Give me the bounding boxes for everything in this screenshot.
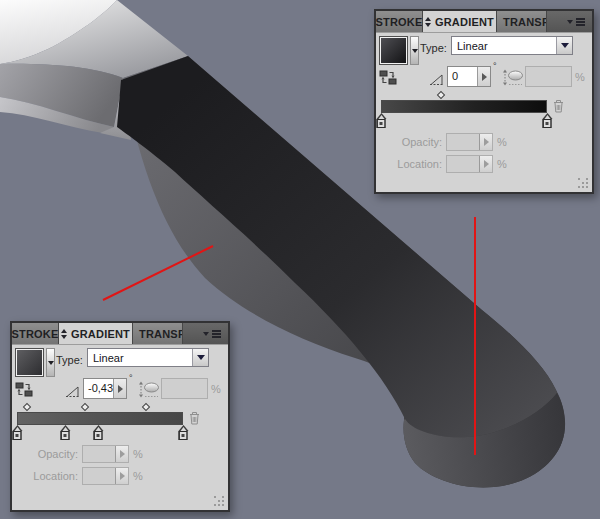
angle-icon [65, 385, 80, 398]
percent-symbol: % [497, 136, 507, 148]
tab-label: STROKE [376, 16, 423, 28]
gradient-stop[interactable] [377, 119, 386, 128]
percent-symbol: % [497, 158, 507, 170]
reverse-gradient-icon[interactable] [379, 69, 397, 86]
dropdown-arrow-icon[interactable] [556, 37, 572, 54]
location-input [446, 155, 493, 173]
location-input [82, 467, 129, 485]
type-label: Type: [420, 42, 447, 54]
opacity-label: Opacity: [14, 448, 78, 460]
degree-symbol: ° [493, 61, 497, 71]
gradient-stop[interactable] [61, 431, 70, 440]
tab-gradient[interactable]: GRADIENT [59, 323, 133, 344]
aspect-ratio-input [161, 378, 208, 399]
gradient-slider-bar[interactable] [381, 100, 547, 113]
collapse-icon [425, 17, 431, 27]
swatch-dropdown-icon[interactable] [410, 36, 419, 65]
gradient-swatch[interactable] [15, 348, 44, 377]
gradient-midpoint[interactable] [142, 403, 150, 411]
type-dropdown[interactable]: Linear [87, 348, 209, 367]
gradient-midpoint[interactable] [437, 91, 445, 99]
panel-tabs: STROKE GRADIENT TRANSPA [12, 323, 228, 345]
angle-icon [429, 73, 444, 86]
reverse-gradient-icon[interactable] [15, 381, 33, 398]
spinner-button [115, 446, 128, 462]
tab-stroke[interactable]: STROKE [12, 323, 59, 344]
aspect-ratio-icon [502, 69, 524, 87]
gradient-swatch[interactable] [379, 36, 408, 65]
angle-input[interactable]: 0 [447, 66, 491, 87]
gradient-midpoint[interactable] [81, 403, 89, 411]
gradient-slider-bar[interactable] [17, 412, 183, 425]
aspect-ratio-icon [138, 381, 160, 399]
type-dropdown[interactable]: Linear [451, 36, 573, 55]
tab-label: TRANSPA [139, 328, 183, 340]
panel-menu-icon[interactable] [203, 323, 221, 344]
tab-transparency[interactable]: TRANSPA [497, 11, 547, 32]
gradient-midpoints [381, 91, 547, 99]
tab-gradient[interactable]: GRADIENT [423, 11, 497, 32]
panel-body: Type: Linear 0 ° [376, 33, 592, 192]
gradient-midpoint[interactable] [23, 403, 31, 411]
aspect-ratio-input [525, 66, 572, 87]
gradient-panel: STROKE GRADIENT TRANSPA Type: Linear [374, 9, 594, 194]
percent-symbol: % [575, 71, 585, 83]
tab-label: GRADIENT [71, 328, 130, 340]
type-value: Linear [88, 349, 192, 366]
location-label: Location: [14, 470, 78, 482]
spinner-button[interactable] [477, 67, 490, 86]
illustrator-canvas: STROKE GRADIENT TRANSPA Type: Linear [0, 0, 600, 519]
type-label: Type: [56, 354, 83, 366]
tab-stroke[interactable]: STROKE [376, 11, 423, 32]
delete-stop-icon[interactable] [553, 99, 564, 113]
percent-symbol: % [133, 470, 143, 482]
spinner-button [479, 156, 492, 172]
resize-grip[interactable] [578, 178, 589, 189]
panel-tabs: STROKE GRADIENT TRANSPA [376, 11, 592, 33]
spinner-button[interactable] [113, 379, 126, 398]
percent-symbol: % [133, 448, 143, 460]
gradient-midpoints [17, 403, 183, 411]
spinner-button [115, 468, 128, 484]
type-value: Linear [452, 37, 556, 54]
gradient-stops [17, 426, 183, 441]
opacity-label: Opacity: [378, 136, 442, 148]
angle-input[interactable]: -0,43 [83, 378, 127, 399]
tab-transparency[interactable]: TRANSPA [133, 323, 183, 344]
spinner-button [479, 134, 492, 150]
tabbar-space [183, 323, 203, 344]
gradient-stop[interactable] [94, 431, 103, 440]
degree-symbol: ° [129, 373, 133, 383]
panel-body: Type: Linear -0,43 ° [12, 345, 228, 510]
opacity-input [446, 133, 493, 151]
percent-symbol: % [211, 383, 221, 395]
tabbar-space [547, 11, 567, 32]
tab-label: STROKE [12, 328, 59, 340]
angle-value: 0 [448, 67, 477, 86]
annotation-line [103, 246, 213, 300]
collapse-icon [61, 329, 67, 339]
swatch-dropdown-icon[interactable] [46, 348, 55, 377]
tab-label: TRANSPA [503, 16, 547, 28]
opacity-input [82, 445, 129, 463]
location-label: Location: [378, 158, 442, 170]
gradient-stops [381, 114, 547, 129]
angle-value: -0,43 [84, 379, 113, 398]
panel-menu-icon[interactable] [567, 11, 585, 32]
gradient-panel: STROKE GRADIENT TRANSPA Type: Linear [10, 321, 230, 512]
resize-grip[interactable] [214, 496, 225, 507]
gradient-stop[interactable] [543, 119, 552, 128]
tab-label: GRADIENT [435, 16, 494, 28]
gradient-stop[interactable] [179, 431, 188, 440]
dropdown-arrow-icon[interactable] [192, 349, 208, 366]
gradient-stop[interactable] [13, 431, 22, 440]
delete-stop-icon[interactable] [189, 411, 200, 425]
